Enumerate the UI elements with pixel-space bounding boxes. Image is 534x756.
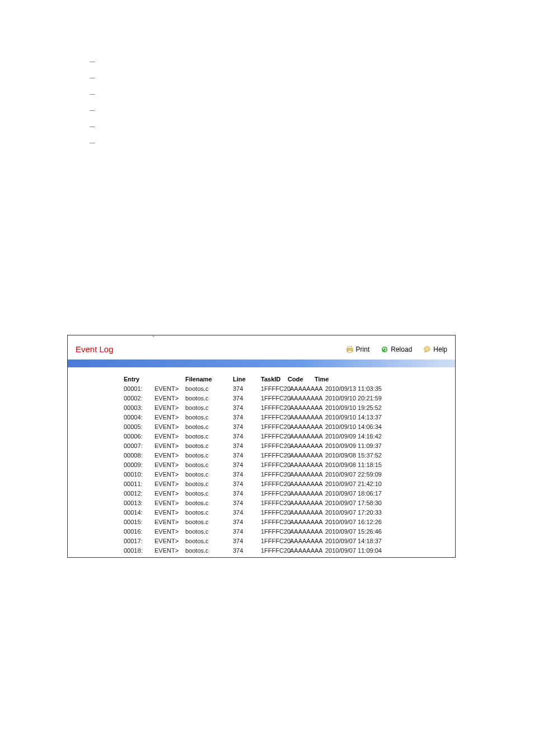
toolbar: Print Reload <box>346 346 447 353</box>
cell-taskid: 1FFFFC20 <box>261 403 290 413</box>
cell-type: EVENT> <box>154 470 185 479</box>
cell-filename: bootos.c <box>185 384 233 394</box>
cell-type: EVENT> <box>154 527 185 536</box>
cell-type: EVENT> <box>154 546 185 556</box>
cell-filename: bootos.c <box>185 556 233 558</box>
print-icon <box>346 346 354 353</box>
cell-time: 2010/09/10 14:06:34 <box>325 422 398 432</box>
cell-filename: bootos.c <box>185 451 233 460</box>
cell-time: 2010/09/09 11:09:37 <box>325 441 398 451</box>
cell-line: 374 <box>233 556 261 558</box>
cell-code: AAAAAAAA <box>290 546 325 556</box>
svg-point-4 <box>424 346 430 351</box>
cell-time: 2010/09/07 22:59:09 <box>325 470 398 479</box>
table-row: 00010:EVENT>bootos.c3741FFFFC20AAAAAAAA2… <box>124 470 447 479</box>
cell-taskid: 1FFFFC20 <box>261 451 290 460</box>
cell-type: EVENT> <box>154 479 185 489</box>
dash-markers <box>90 62 95 159</box>
cell-type: EVENT> <box>154 508 185 517</box>
reload-button[interactable]: Reload <box>381 346 412 353</box>
cell-type: EVENT> <box>154 536 185 546</box>
cell-time: 2010/09/09 14:16:42 <box>325 432 398 441</box>
print-button[interactable]: Print <box>346 346 370 353</box>
table-row: 00016:EVENT>bootos.c3741FFFFC20AAAAAAAA2… <box>124 527 447 536</box>
table-row: 00013:EVENT>bootos.c3741FFFFC20AAAAAAAA2… <box>124 498 447 508</box>
dash <box>90 62 95 62</box>
table-row: 00001:EVENT>bootos.c3741FFFFC20AAAAAAAA2… <box>124 384 447 394</box>
cell-type: EVENT> <box>154 489 185 498</box>
cell-entry: 00003: <box>124 403 154 413</box>
cell-entry: 00008: <box>124 451 154 460</box>
cell-line: 374 <box>233 432 261 441</box>
cell-entry: 00015: <box>124 517 154 527</box>
svg-rect-0 <box>348 346 352 348</box>
cell-filename: bootos.c <box>185 403 233 413</box>
cell-type: EVENT> <box>154 517 185 527</box>
cell-entry: 00004: <box>124 413 154 422</box>
cell-taskid: 1FFFFC20 <box>261 556 290 558</box>
cell-entry: 00011: <box>124 479 154 489</box>
table-row: 00019:EVENT>bootos.c3741FFFFC20AAAAAAAA2… <box>124 556 447 558</box>
cell-type: EVENT> <box>154 556 185 558</box>
table-row: 00012:EVENT>bootos.c3741FFFFC20AAAAAAAA2… <box>124 489 447 498</box>
cell-type: EVENT> <box>154 403 185 413</box>
cell-filename: bootos.c <box>185 394 233 403</box>
header-line: Line <box>233 376 261 382</box>
cell-entry: 00001: <box>124 384 154 394</box>
cell-type: EVENT> <box>154 441 185 451</box>
help-button[interactable]: Help <box>423 346 447 353</box>
cell-entry: 00018: <box>124 546 154 556</box>
table-row: 00002:EVENT>bootos.c3741FFFFC20AAAAAAAA2… <box>124 394 447 403</box>
header-filename: Filename <box>185 376 233 382</box>
cell-code: AAAAAAAA <box>290 441 325 451</box>
print-label: Print <box>356 346 370 353</box>
cell-time: 2010/09/07 14:18:37 <box>325 536 398 546</box>
cell-taskid: 1FFFFC20 <box>261 422 290 432</box>
cell-type: EVENT> <box>154 384 185 394</box>
cell-code: AAAAAAAA <box>290 422 325 432</box>
cell-taskid: 1FFFFC20 <box>261 517 290 527</box>
dash <box>90 127 95 127</box>
cell-time: 2010/09/07 17:58:30 <box>325 498 398 508</box>
cell-entry: 00009: <box>124 460 154 470</box>
cell-time: 2010/09/07 15:26:46 <box>325 527 398 536</box>
cell-line: 374 <box>233 403 261 413</box>
cell-type: EVENT> <box>154 432 185 441</box>
cell-taskid: 1FFFFC20 <box>261 432 290 441</box>
cell-line: 374 <box>233 460 261 470</box>
cell-time: 2010/09/08 11:18:15 <box>325 460 398 470</box>
tab-marker: ⌄ <box>151 335 156 338</box>
cell-code: AAAAAAAA <box>290 432 325 441</box>
cell-taskid: 1FFFFC20 <box>261 546 290 556</box>
cell-filename: bootos.c <box>185 527 233 536</box>
cell-filename: bootos.c <box>185 546 233 556</box>
svg-rect-2 <box>348 350 352 352</box>
cell-type: EVENT> <box>154 451 185 460</box>
cell-taskid: 1FFFFC20 <box>261 536 290 546</box>
cell-entry: 00016: <box>124 527 154 536</box>
table-row: 00015:EVENT>bootos.c3741FFFFC20AAAAAAAA2… <box>124 517 447 527</box>
header-code: Code <box>288 376 315 382</box>
table-row: 00003:EVENT>bootos.c3741FFFFC20AAAAAAAA2… <box>124 403 447 413</box>
cell-line: 374 <box>233 508 261 517</box>
cell-filename: bootos.c <box>185 536 233 546</box>
table-row: 00014:EVENT>bootos.c3741FFFFC20AAAAAAAA2… <box>124 508 447 517</box>
dash <box>90 78 95 78</box>
cell-time: 2010/09/07 16:12:26 <box>325 517 398 527</box>
cell-time: 2010/09/07 11:09:04 <box>325 546 398 556</box>
cell-code: AAAAAAAA <box>290 527 325 536</box>
svg-point-3 <box>382 346 388 352</box>
dash <box>90 110 95 111</box>
cell-line: 374 <box>233 489 261 498</box>
reload-label: Reload <box>391 346 412 353</box>
cell-time: 2010/09/10 14:13:37 <box>325 413 398 422</box>
cell-filename: bootos.c <box>185 413 233 422</box>
header-time: Time <box>315 376 387 382</box>
cell-line: 374 <box>233 498 261 508</box>
cell-entry: 00007: <box>124 441 154 451</box>
cell-taskid: 1FFFFC20 <box>261 489 290 498</box>
help-label: Help <box>433 346 447 353</box>
cell-line: 374 <box>233 422 261 432</box>
event-log-table: Entry Filename Line TaskID Code Time 000… <box>68 367 455 558</box>
cell-code: AAAAAAAA <box>290 470 325 479</box>
